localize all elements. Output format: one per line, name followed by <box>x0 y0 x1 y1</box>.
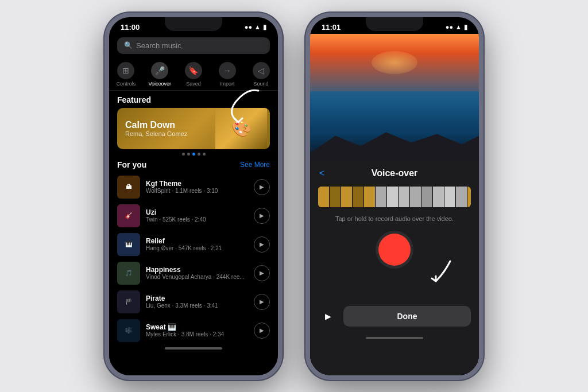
track-info: Pirate Liu, Genx · 3.3M reels · 3:41 <box>146 294 248 309</box>
wifi-icon-right: ▲ <box>455 24 462 30</box>
list-item[interactable]: 🏴 Pirate Liu, Genx · 3.3M reels · 3:41 ▶ <box>109 288 278 316</box>
voiceover-panel: < Voice-over <box>310 160 479 375</box>
voiceover-icon: 🎤 <box>151 62 168 79</box>
track-thumb: 🎹 <box>117 233 140 256</box>
track-list: 🏔 Kgf Theme WolfSpirit · 1.1M reels · 3:… <box>109 173 278 345</box>
saved-label: Saved <box>186 81 201 87</box>
track-info: Happiness Vinod Venugopal Acharya · 244K… <box>146 266 248 280</box>
track-info: Kgf Theme WolfSpirit · 1.1M reels · 3:10 <box>146 180 248 194</box>
carousel-dots <box>109 153 278 156</box>
track-title: Happiness <box>146 266 248 274</box>
track-meta: Liu, Genx · 3.3M reels · 3:41 <box>146 302 248 309</box>
saved-icon: 🔖 <box>185 62 202 79</box>
track-meta: Hang Øver · 547K reels · 2:21 <box>146 245 248 251</box>
track-meta: Twin · 525K reels · 2:40 <box>146 216 248 223</box>
dot-5 <box>203 153 206 156</box>
panel-header: < Voice-over <box>310 160 479 184</box>
featured-track-title: Calm Down <box>125 120 187 130</box>
status-icons-right: ●● ▲ ▮ <box>446 24 467 31</box>
dot-4 <box>198 153 200 156</box>
track-title: Uzi <box>146 208 248 216</box>
search-icon: 🔍 <box>124 41 133 49</box>
track-title: Pirate <box>146 294 248 302</box>
wifi-icon: ▲ <box>254 24 261 30</box>
sound-icon: ◁ <box>253 62 270 79</box>
dot-1 <box>182 153 185 156</box>
track-info: Uzi Twin · 525K reels · 2:40 <box>146 208 248 223</box>
signal-icon: ●● <box>245 24 252 30</box>
track-title: Relief <box>146 237 248 245</box>
tab-sound[interactable]: ◁ Sound <box>247 62 275 87</box>
arrow-container <box>310 273 479 301</box>
play-small-button[interactable]: ▶ <box>318 306 338 326</box>
record-arrow-annotation <box>404 255 462 296</box>
tap-instruction: Tap or hold to record audio over the vid… <box>310 213 479 229</box>
panel-title: Voice-over <box>372 168 418 178</box>
tab-saved[interactable]: 🔖 Saved <box>180 62 207 87</box>
featured-card-art: 🎨 <box>212 108 270 149</box>
controls-label: Controls <box>117 81 136 87</box>
track-thumb: 🎼 <box>117 319 140 342</box>
phone-notch-right <box>366 17 423 31</box>
import-icon: → <box>219 62 236 79</box>
status-time: 11:00 <box>121 23 140 32</box>
track-info: Relief Hang Øver · 547K reels · 2:21 <box>146 237 248 251</box>
tab-voiceover[interactable]: 🎤 Voiceover <box>146 62 173 87</box>
import-label: Import <box>220 81 235 87</box>
track-title: Kgf Theme <box>146 180 248 188</box>
status-icons: ●● ▲ ▮ <box>245 24 266 31</box>
tab-controls[interactable]: ⊞ Controls <box>112 62 140 87</box>
list-item[interactable]: 🏔 Kgf Theme WolfSpirit · 1.1M reels · 3:… <box>109 173 278 201</box>
tab-import[interactable]: → Import <box>214 62 241 87</box>
play-button[interactable]: ▶ <box>254 265 270 281</box>
for-you-header: For you See More <box>109 158 278 173</box>
play-button[interactable]: ▶ <box>254 236 270 253</box>
music-screen: 11:00 ●● ▲ ▮ 🔍 Search music ⊞ Controls 🎤… <box>109 17 278 375</box>
status-time-right: 11:01 <box>322 23 341 32</box>
featured-title: Featured <box>109 91 278 108</box>
back-button[interactable]: < <box>319 168 324 178</box>
bottom-controls: ▶ Done <box>310 301 479 335</box>
play-button[interactable]: ▶ <box>254 179 270 195</box>
list-item[interactable]: 🎸 Uzi Twin · 525K reels · 2:40 ▶ <box>109 201 278 230</box>
list-item[interactable]: 🎹 Relief Hang Øver · 547K reels · 2:21 ▶ <box>109 230 278 259</box>
battery-icon-right: ▮ <box>464 24 467 31</box>
track-meta: WolfSpirit · 1.1M reels · 3:10 <box>146 188 248 194</box>
controls-icon: ⊞ <box>117 62 134 79</box>
home-indicator <box>165 347 222 350</box>
see-more-button[interactable]: See More <box>240 161 270 169</box>
dot-3 <box>192 153 195 156</box>
voiceover-screen: 11:01 ●● ▲ ▮ < Voice-over <box>310 17 479 375</box>
track-meta: Vinod Venugopal Acharya · 244K ree... <box>146 274 248 280</box>
tab-row: ⊞ Controls 🎤 Voiceover 🔖 Saved → Import … <box>109 60 278 91</box>
right-phone: 11:01 ●● ▲ ▮ < Voice-over <box>305 13 483 380</box>
left-phone: 11:00 ●● ▲ ▮ 🔍 Search music ⊞ Controls 🎤… <box>105 13 283 380</box>
done-button[interactable]: Done <box>343 306 471 327</box>
list-item[interactable]: 🎼 Sweat 🎹 Myles Erlick · 3.8M reels · 2:… <box>109 316 278 345</box>
featured-card-text: Calm Down Rema, Selena Gomez <box>117 113 195 144</box>
track-thumb: 🎸 <box>117 204 140 227</box>
track-info: Sweat 🎹 Myles Erlick · 3.8M reels · 2:34 <box>146 323 248 337</box>
for-you-title: For you <box>117 160 146 169</box>
search-bar[interactable]: 🔍 Search music <box>117 37 270 54</box>
voiceover-label: Voiceover <box>148 81 171 87</box>
track-thumb: 🏴 <box>117 290 140 313</box>
featured-track-subtitle: Rema, Selena Gomez <box>125 130 187 137</box>
battery-icon: ▮ <box>263 24 266 31</box>
sound-label: Sound <box>254 81 269 87</box>
featured-card[interactable]: Calm Down Rema, Selena Gomez 🎨 <box>117 108 270 149</box>
signal-icon-right: ●● <box>446 24 453 30</box>
track-thumb: 🏔 <box>117 176 140 199</box>
play-button[interactable]: ▶ <box>254 323 270 339</box>
list-item[interactable]: 🎵 Happiness Vinod Venugopal Acharya · 24… <box>109 259 278 288</box>
video-preview <box>310 34 479 160</box>
search-placeholder: Search music <box>136 41 181 50</box>
home-indicator-right <box>366 337 423 339</box>
play-button[interactable]: ▶ <box>254 208 270 224</box>
track-meta: Myles Erlick · 3.8M reels · 2:34 <box>146 331 248 337</box>
track-title: Sweat 🎹 <box>146 323 248 331</box>
phone-notch <box>165 17 222 31</box>
dot-2 <box>187 153 190 156</box>
play-button[interactable]: ▶ <box>254 294 270 310</box>
timeline-strip <box>318 187 471 207</box>
